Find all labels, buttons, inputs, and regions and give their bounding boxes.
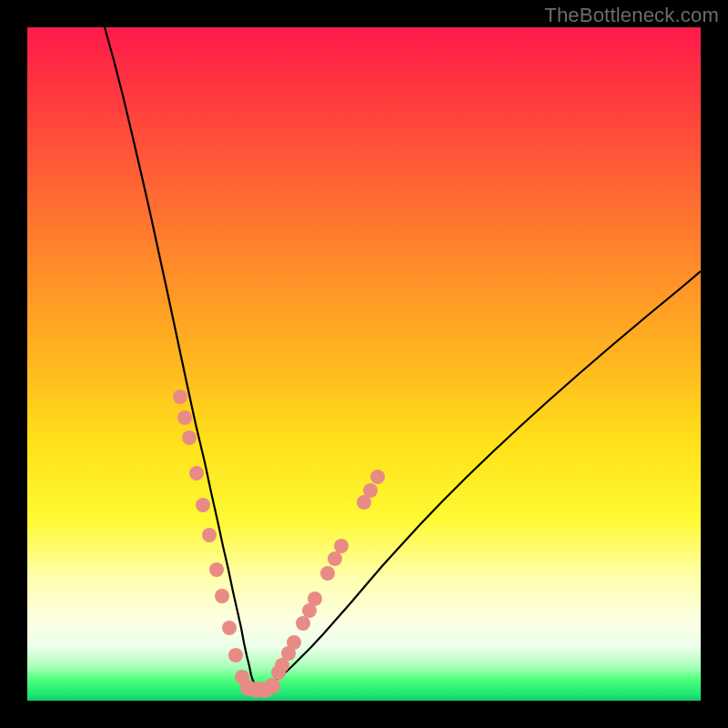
data-dot [328,551,342,566]
data-dot [308,592,322,606]
bottom-flat-dots [240,678,280,698]
left-branch-dots [173,389,249,684]
data-dot [182,430,197,445]
right-branch-dots [271,470,385,680]
data-dot [222,621,237,635]
chart-frame [27,27,701,701]
data-dot [177,410,192,425]
data-dot [173,389,187,404]
data-dot [320,566,335,581]
data-dot [264,678,280,694]
watermark-text: TheBottleneck.com [544,4,719,27]
data-dot [196,498,210,512]
data-dot [189,466,204,480]
bottleneck-curve [105,27,701,686]
data-dot [228,648,243,662]
data-dot [363,483,378,498]
data-dot [296,616,310,631]
data-dot [209,562,224,577]
chart-svg [27,27,701,701]
data-dot [287,635,301,650]
data-dot [370,470,385,484]
data-dot [334,539,349,553]
data-dot [202,528,217,542]
data-dot [215,589,229,603]
